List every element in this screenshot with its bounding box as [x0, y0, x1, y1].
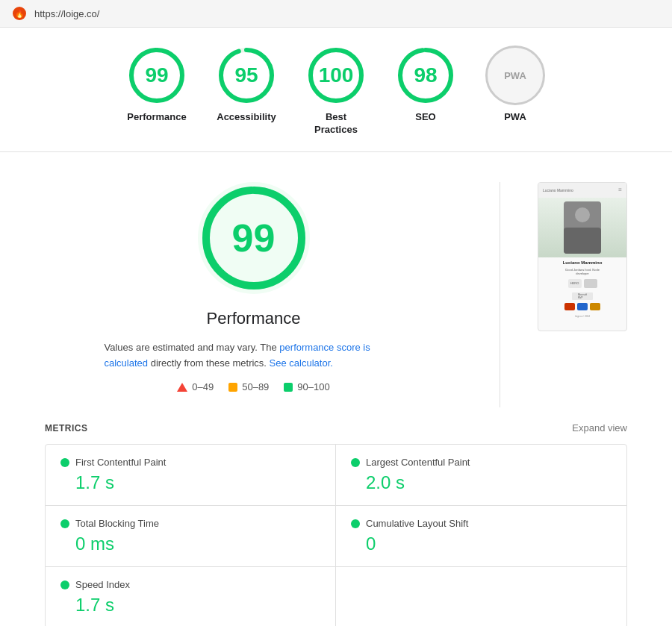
big-title: Performance	[207, 309, 301, 328]
expand-view-button[interactable]: Expand view	[572, 422, 627, 433]
right-panel: Luciano Mammino ≡ Luciano Mammino Good J…	[538, 182, 627, 331]
metric-si-name-row: Speed Index	[60, 579, 320, 590]
website-thumbnail: Luciano Mammino ≡ Luciano Mammino Good J…	[538, 182, 627, 331]
accessibility-label: Accessibility	[217, 111, 276, 124]
score-circle-pwa: PWA	[485, 46, 545, 105]
metric-lcp-dot	[351, 458, 360, 467]
pwa-label: PWA	[504, 111, 526, 124]
average-icon	[228, 383, 237, 392]
score-circle-accessibility: 95	[217, 46, 276, 105]
metric-si-value: 1.7 s	[60, 595, 320, 616]
thumb-person	[564, 201, 601, 254]
best-practices-label: BestPractices	[314, 111, 358, 137]
metric-si-dot	[60, 580, 69, 589]
vertical-divider	[500, 182, 500, 408]
metric-tbt-dot	[60, 519, 69, 528]
left-panel: 99 Performance Values are estimated and …	[45, 182, 462, 408]
metric-cls-label: Cumulative Layout Shift	[366, 518, 468, 529]
thumb-badge-hero: HERO	[568, 279, 582, 288]
seo-label: SEO	[415, 111, 435, 124]
metric-si: Speed Index 1.7 s	[46, 567, 336, 626]
description-text: Values are estimated and may vary. The p…	[105, 340, 403, 372]
thumb-badge-blue	[577, 303, 588, 310]
legend-pass: 90–100	[284, 381, 329, 392]
thumb-badge-orange	[590, 303, 600, 310]
performance-label: Performance	[127, 111, 186, 124]
best-practices-score: 100	[319, 63, 354, 87]
metric-cls-name-row: Cumulative Layout Shift	[351, 518, 612, 529]
thumb-hero	[538, 198, 626, 257]
metrics-header: METRICS Expand view	[45, 422, 627, 433]
metrics-section: METRICS Expand view First Contentful Pai…	[0, 422, 672, 626]
metric-fcp-label: First Contentful Paint	[75, 457, 166, 468]
metric-cls: Cumulative Layout Shift 0	[336, 506, 626, 567]
metric-cls-dot	[351, 519, 360, 528]
score-circle-seo: 98	[396, 46, 455, 105]
score-item-seo[interactable]: 98 SEO	[396, 46, 455, 137]
description-part2: directly from these metrics.	[151, 357, 270, 369]
calculator-link[interactable]: See calculator.	[270, 357, 333, 369]
metrics-title: METRICS	[45, 423, 88, 433]
score-item-performance[interactable]: 99 Performance	[127, 46, 187, 137]
score-item-pwa[interactable]: PWA PWA	[485, 46, 545, 137]
thumb-subtitle: Good Jordans food. Nodedeveloper	[538, 268, 626, 276]
metric-lcp-label: Largest Contentful Paint	[366, 457, 470, 468]
thumb-microsoft: MicrosoftMVP	[538, 291, 626, 301]
score-item-best-practices[interactable]: 100 BestPractices	[306, 46, 366, 137]
thumb-footer-text: loige.co • 2024	[575, 315, 590, 318]
metric-si-label: Speed Index	[75, 579, 130, 590]
pwa-score: PWA	[504, 70, 526, 81]
big-performance-score: 99	[232, 216, 276, 260]
thumb-footer: loige.co • 2024	[538, 312, 626, 319]
fail-icon	[177, 383, 187, 392]
pass-icon	[284, 383, 293, 392]
main-content: 99 Performance Values are estimated and …	[0, 152, 672, 423]
top-bar: 🔥 https://loige.co/	[0, 0, 672, 28]
pass-range: 90–100	[297, 381, 329, 392]
seo-score: 98	[414, 63, 437, 87]
metric-lcp: Largest Contentful Paint 2.0 s	[336, 445, 626, 506]
metric-tbt-label: Total Blocking Time	[75, 518, 159, 529]
metric-tbt-value: 0 ms	[60, 533, 320, 554]
metric-fcp-name-row: First Contentful Paint	[60, 457, 320, 468]
url-display: https://loige.co/	[34, 8, 99, 19]
score-circle-performance: 99	[127, 46, 187, 105]
metric-cls-value: 0	[351, 533, 612, 554]
thumb-header: Luciano Mammino ≡	[538, 183, 626, 198]
description-part1: Values are estimated and may vary. The	[105, 342, 280, 353]
thumb-badge-red	[564, 303, 575, 310]
accessibility-score: 95	[234, 63, 258, 87]
metric-empty	[336, 567, 626, 626]
metric-fcp: First Contentful Paint 1.7 s	[46, 445, 336, 506]
svg-text:🔥: 🔥	[15, 9, 25, 19]
thumb-ms-badge: MicrosoftMVP	[572, 292, 593, 300]
legend: 0–49 50–89 90–100	[177, 381, 329, 392]
thumb-header-text: Luciano Mammino	[543, 188, 573, 193]
metric-tbt: Total Blocking Time 0 ms	[46, 506, 336, 567]
performance-score: 99	[145, 63, 168, 87]
score-item-accessibility[interactable]: 95 Accessibility	[217, 46, 276, 137]
fail-range: 0–49	[192, 381, 214, 392]
metric-fcp-dot	[60, 458, 69, 467]
scores-section: 99 Performance 95 Accessibility 100 Best…	[0, 28, 672, 152]
thumb-badge-hex	[584, 279, 597, 288]
thumb-badges: HERO	[538, 276, 626, 291]
thumb-menu-icon: ≡	[618, 187, 622, 193]
big-score-circle: 99	[198, 182, 310, 294]
average-range: 50–89	[242, 381, 269, 392]
metric-fcp-value: 1.7 s	[60, 472, 320, 493]
metrics-grid: First Contentful Paint 1.7 s Largest Con…	[45, 444, 627, 626]
legend-fail: 0–49	[177, 381, 214, 392]
logo-icon: 🔥	[12, 6, 27, 21]
metric-lcp-value: 2.0 s	[351, 472, 612, 493]
thumb-other-badges	[538, 301, 626, 312]
metric-lcp-name-row: Largest Contentful Paint	[351, 457, 612, 468]
legend-average: 50–89	[228, 381, 269, 392]
thumb-name: Luciano Mammino	[538, 257, 626, 268]
score-circle-best-practices: 100	[306, 46, 366, 105]
metric-tbt-name-row: Total Blocking Time	[60, 518, 320, 529]
